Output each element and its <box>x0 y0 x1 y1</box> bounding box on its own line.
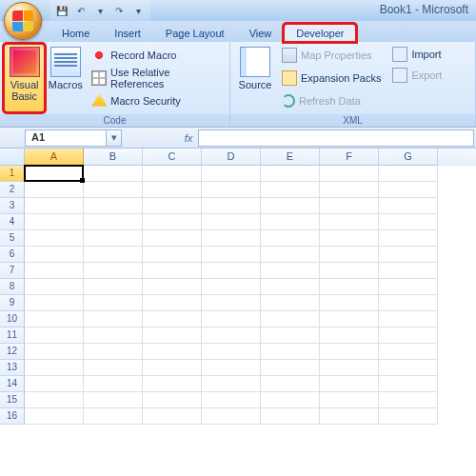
cell[interactable] <box>25 392 84 408</box>
cell[interactable] <box>202 295 261 311</box>
spreadsheet-grid[interactable]: ABCDEFG12345678910111213141516 <box>0 149 476 425</box>
cell[interactable] <box>202 279 261 295</box>
cell[interactable] <box>202 214 261 230</box>
tab-view[interactable]: View <box>237 24 285 42</box>
cell[interactable] <box>25 182 84 198</box>
cell[interactable] <box>143 263 202 279</box>
column-header[interactable]: D <box>202 149 261 166</box>
row-header[interactable]: 5 <box>0 230 25 247</box>
cell[interactable] <box>379 182 438 198</box>
cell[interactable] <box>320 230 379 247</box>
cell[interactable] <box>84 166 143 182</box>
cell[interactable] <box>143 408 202 425</box>
column-header[interactable]: F <box>320 149 379 166</box>
cell[interactable] <box>261 376 320 392</box>
cell[interactable] <box>202 198 261 214</box>
cell[interactable] <box>261 279 320 295</box>
cell[interactable] <box>202 327 261 344</box>
cell[interactable] <box>379 198 438 214</box>
name-box[interactable]: A1 <box>25 129 107 147</box>
row-header[interactable]: 9 <box>0 295 25 311</box>
cell[interactable] <box>84 279 143 295</box>
cell[interactable] <box>25 344 84 360</box>
use-relative-references-button[interactable]: Use Relative References <box>89 68 226 89</box>
cell[interactable] <box>261 295 320 311</box>
macros-button[interactable]: Macros <box>45 44 86 112</box>
cell[interactable] <box>143 295 202 311</box>
refresh-data-button[interactable]: Refresh Data <box>280 90 383 111</box>
cell[interactable] <box>320 182 379 198</box>
cell[interactable] <box>84 214 143 230</box>
cell[interactable] <box>84 344 143 360</box>
cell[interactable] <box>202 166 261 182</box>
column-header[interactable]: G <box>379 149 438 166</box>
cell[interactable] <box>320 376 379 392</box>
cell[interactable] <box>320 392 379 408</box>
cell[interactable] <box>320 295 379 311</box>
cell[interactable] <box>202 392 261 408</box>
cell[interactable] <box>84 295 143 311</box>
tab-page-layout[interactable]: Page Layout <box>153 24 237 42</box>
cell[interactable] <box>202 360 261 376</box>
cell[interactable] <box>84 182 143 198</box>
row-header[interactable]: 16 <box>0 408 25 425</box>
cell[interactable] <box>143 392 202 408</box>
row-header[interactable]: 2 <box>0 182 25 198</box>
row-header[interactable]: 15 <box>0 392 25 408</box>
cell[interactable] <box>143 214 202 230</box>
cell[interactable] <box>84 311 143 327</box>
cell[interactable] <box>84 376 143 392</box>
cell[interactable] <box>379 166 438 182</box>
cell[interactable] <box>261 182 320 198</box>
row-header[interactable]: 4 <box>0 214 25 230</box>
cell[interactable] <box>379 263 438 279</box>
cell[interactable] <box>202 230 261 247</box>
office-button[interactable] <box>4 2 42 40</box>
cell[interactable] <box>143 360 202 376</box>
cell[interactable] <box>143 247 202 263</box>
cell[interactable] <box>320 327 379 344</box>
cell[interactable] <box>202 182 261 198</box>
cell[interactable] <box>84 360 143 376</box>
tab-insert[interactable]: Insert <box>102 24 153 42</box>
cell[interactable] <box>143 198 202 214</box>
qat-customize-icon[interactable]: ▾ <box>131 4 145 17</box>
insert-function-button[interactable]: fx <box>179 132 198 144</box>
row-header[interactable]: 6 <box>0 247 25 263</box>
cell[interactable] <box>379 247 438 263</box>
cell[interactable] <box>320 214 379 230</box>
source-button[interactable]: Source <box>234 44 276 112</box>
cell[interactable] <box>25 263 84 279</box>
cell[interactable] <box>202 408 261 425</box>
cell[interactable] <box>261 311 320 327</box>
cell[interactable] <box>143 182 202 198</box>
cell[interactable] <box>84 327 143 344</box>
cell[interactable] <box>261 166 320 182</box>
cell[interactable] <box>261 392 320 408</box>
cell[interactable] <box>25 376 84 392</box>
cell[interactable] <box>202 263 261 279</box>
row-header[interactable]: 11 <box>0 327 25 344</box>
cell[interactable] <box>143 166 202 182</box>
cell[interactable] <box>143 279 202 295</box>
cell[interactable] <box>261 344 320 360</box>
cell[interactable] <box>379 344 438 360</box>
cell[interactable] <box>379 392 438 408</box>
cell[interactable] <box>261 247 320 263</box>
qat-dropdown-icon[interactable]: ▾ <box>93 4 107 17</box>
select-all-corner[interactable] <box>0 149 25 166</box>
cell[interactable] <box>25 230 84 247</box>
cell[interactable] <box>25 214 84 230</box>
import-button[interactable]: Import <box>390 44 444 65</box>
row-header[interactable]: 8 <box>0 279 25 295</box>
redo-icon[interactable]: ↷ <box>112 4 126 17</box>
cell[interactable] <box>202 247 261 263</box>
cell[interactable] <box>25 327 84 344</box>
cell[interactable] <box>143 376 202 392</box>
row-header[interactable]: 12 <box>0 344 25 360</box>
cell[interactable] <box>379 327 438 344</box>
cell[interactable] <box>379 376 438 392</box>
name-box-dropdown[interactable]: ▾ <box>107 129 122 147</box>
cell[interactable] <box>320 360 379 376</box>
cell[interactable] <box>261 408 320 425</box>
